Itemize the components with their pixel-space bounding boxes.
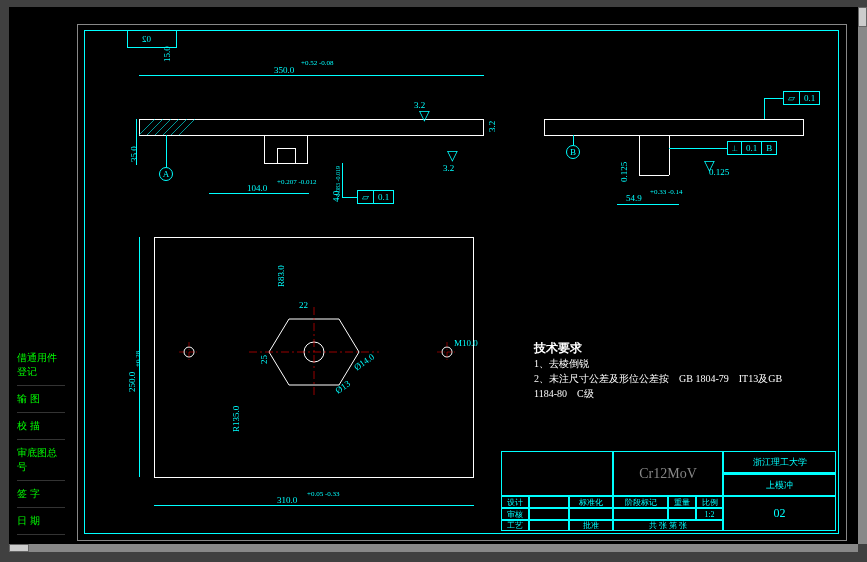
dim-104-line [209, 193, 309, 194]
vertical-scrollbar[interactable] [858, 7, 867, 544]
boss-step2 [295, 148, 296, 163]
tab-check[interactable]: 校 描 [17, 413, 65, 440]
tb-hdr-weight: 重量 [668, 496, 696, 508]
gdt-flat-sym: ⏥ [358, 191, 374, 203]
surface-finish-icon-3: ▽ [704, 157, 715, 174]
dim-104: 104.0 [247, 183, 267, 193]
tab-drawing[interactable]: 输 图 [17, 386, 65, 413]
dim-22: 22 [299, 300, 308, 310]
boss-step-top [277, 148, 295, 149]
tb-hdr-process: 工艺 [501, 520, 529, 531]
tab-basenum[interactable]: 审底图总号 [17, 440, 65, 481]
rboss-l [639, 135, 640, 175]
dim-549: 54.9 [626, 193, 642, 203]
gdt2-leader-v [764, 98, 765, 119]
tb-hdr-review: 审核 [501, 508, 529, 520]
boss-bottom [264, 163, 308, 164]
gdt-flat-val: 0.1 [374, 191, 393, 203]
right-view-bottom [544, 135, 804, 136]
drawing-canvas[interactable]: 02 借通用件登记 输 图 校 描 审底图总号 签 字 日 期 350.0 +0… [9, 7, 858, 544]
notes-title: 技术要求 [534, 340, 582, 357]
dim-549-line [617, 204, 679, 205]
dim-4-tol: +0.083 -0.019 [335, 166, 341, 200]
svg-line-4 [171, 119, 187, 135]
plan-top [154, 237, 474, 238]
gdt-perp-leader [669, 148, 727, 149]
dim-r135: R135.0 [231, 406, 241, 432]
tb-scale: 1:2 [696, 508, 723, 520]
plan-left [154, 237, 155, 477]
datum-b-leader [573, 135, 574, 145]
tb-hdr-scale: 比例 [696, 496, 723, 508]
horizontal-scrollbar[interactable] [9, 544, 858, 552]
tb-partname: 上模冲 [723, 474, 836, 496]
datum-b: B [566, 145, 580, 159]
tb-hdr-design: 设计 [501, 496, 529, 508]
sf32a: 3.2 [414, 100, 425, 110]
top-view-right [483, 119, 484, 135]
boss-step1 [277, 148, 278, 163]
gdt-perp-val: 0.1 [742, 142, 762, 154]
dim-250-tol: +0.28 [134, 351, 142, 367]
horizontal-scrollbar-thumb[interactable] [9, 544, 29, 552]
sf32c: 3.2 [487, 121, 497, 132]
datum-a: A [159, 167, 173, 181]
hole-l [179, 342, 199, 362]
tb-hdr-std: 标准化 [569, 496, 613, 508]
gdt-flatness-1: ⏥ 0.1 [357, 190, 394, 204]
dim-15: 15.0 [162, 46, 172, 62]
rboss-r [669, 135, 670, 175]
gdt-flatness-2: ⏥ 0.1 [783, 91, 820, 105]
gdt2-leader-h [764, 98, 783, 99]
boss-left [264, 135, 265, 163]
tb-sheet: 共 张 第 张 [613, 520, 723, 531]
right-view-right [803, 119, 804, 135]
dim-250-line [139, 237, 140, 477]
dim-250: 250.0 [127, 372, 137, 392]
rboss-b [639, 175, 669, 176]
dim-310-line [154, 505, 474, 506]
dim-104-tol: +0.207 -0.012 [277, 179, 317, 186]
tab-date[interactable]: 日 期 [17, 508, 65, 535]
boss-right [307, 135, 308, 163]
sf32b: 3.2 [443, 163, 454, 173]
gdt-perp-ref: B [762, 142, 776, 154]
dim-350-line [139, 75, 484, 76]
dim-r83: R83.0 [276, 265, 286, 287]
left-tabs: 借通用件登记 输 图 校 描 审底图总号 签 字 日 期 [17, 345, 65, 535]
dim-549-tol: +0.33 -0.14 [650, 189, 683, 196]
dim-35: 35.0 [129, 146, 139, 162]
dim-350-tol: +0.52 -0.08 [301, 60, 334, 67]
gdt-perp: ⟂ 0.1 B [727, 141, 777, 155]
dim-m10: M10.0 [454, 338, 478, 348]
tb-material: Cr12MoV [613, 451, 723, 496]
datum-b-label: B [570, 147, 576, 157]
hatch-left [139, 119, 199, 135]
right-view-top [544, 119, 804, 120]
center-profile [249, 307, 379, 397]
gdt1-leader2 [342, 197, 357, 198]
svg-line-3 [163, 119, 179, 135]
dim-310: 310.0 [277, 495, 297, 505]
tab-sign[interactable]: 签 字 [17, 481, 65, 508]
vertical-scrollbar-thumb[interactable] [858, 7, 867, 27]
gdt-flat2-sym: ⏥ [784, 92, 800, 104]
tb-hdr-stage: 阶段标记 [613, 496, 668, 508]
tb-hdr-approve: 批准 [569, 520, 613, 531]
plan-bottom [154, 477, 474, 478]
tb-sheetno: 02 [723, 496, 836, 531]
title-block: Cr12MoV 浙江理工大学 上模冲 设计 标准化 阶段标记 重量 比例 审核 … [501, 451, 836, 531]
dim-35-line [136, 119, 137, 165]
notes-2: 2、未注尺寸公差及形位公差按 GB 1804-79 IT13及GB [534, 372, 782, 386]
notes-1: 1、去棱倒锐 [534, 357, 589, 371]
gdt-flat2-val: 0.1 [800, 92, 819, 104]
surface-finish-icon-2: ▽ [447, 147, 458, 164]
right-view-left [544, 119, 545, 135]
sheet-number: 02 [142, 34, 151, 44]
tab-register[interactable]: 借通用件登记 [17, 345, 65, 386]
notes-3: 1184-80 C级 [534, 387, 594, 401]
svg-line-0 [139, 119, 155, 135]
dim-310-tol: +0.05 -0.33 [307, 491, 340, 498]
svg-line-5 [179, 119, 195, 135]
gdt-perp-sym: ⟂ [728, 142, 742, 154]
